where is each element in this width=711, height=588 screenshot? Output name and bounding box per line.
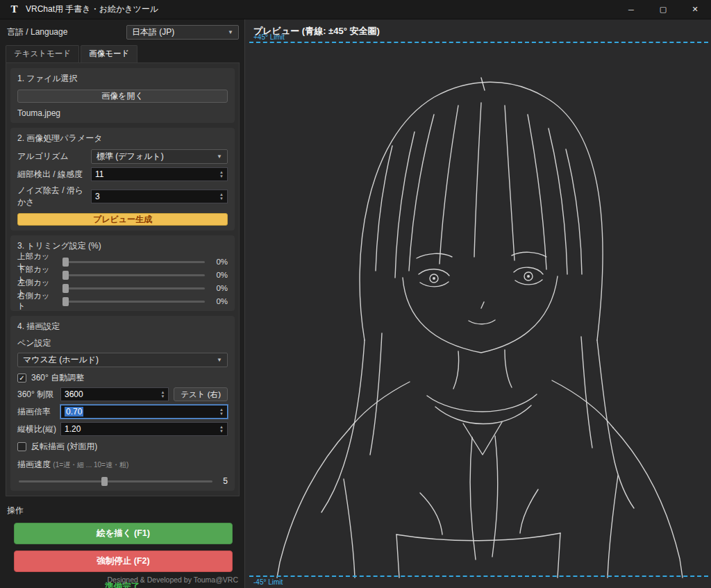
spinner-arrows-icon[interactable]: ▲▼ xyxy=(216,192,224,201)
settings-panel: 言語 / Language 日本語 (JP) ▼ テキストモード 画像モード 1… xyxy=(0,19,244,588)
invert-row: 反転描画 (対面用) xyxy=(17,441,228,453)
language-label: 言語 / Language xyxy=(7,26,67,38)
pen-select[interactable]: マウス左 (ホールド) ▼ xyxy=(17,353,228,367)
spinner-arrows-icon[interactable]: ▲▼ xyxy=(157,390,165,398)
pen-label: ペン設定 xyxy=(17,337,228,349)
preview-panel: プレビュー (青線: ±45° 安全圏) +45° Limit xyxy=(244,19,711,588)
mode-tabs: テキストモード 画像モード xyxy=(6,45,244,62)
limit-label: 360° 制限 xyxy=(17,389,60,401)
speed-label: 描画速度 xyxy=(17,460,51,469)
auto-adjust-checkbox[interactable]: ✓ xyxy=(17,373,26,383)
chevron-down-icon: ▼ xyxy=(212,153,222,160)
chevron-down-icon: ▼ xyxy=(212,357,222,363)
trim-section-title: 3. トリミング設定 (%) xyxy=(17,240,228,252)
preview-line-art xyxy=(260,49,698,583)
params-section-title: 2. 画像処理パラメータ xyxy=(17,133,228,144)
close-icon[interactable]: ✕ xyxy=(679,0,711,19)
scale-value-selected: 0.70 xyxy=(65,407,83,417)
algorithm-value: 標準 (デフォルト) xyxy=(97,151,164,162)
speed-slider-row: 5 xyxy=(17,476,228,486)
aspect-value: 1.20 xyxy=(65,424,81,434)
trim-section: 3. トリミング設定 (%) 上部カット 0% 下部カット 0% 左側カット xyxy=(10,235,235,311)
maximize-icon[interactable]: ▢ xyxy=(647,0,679,19)
operations-title: 操作 xyxy=(7,505,244,516)
scale-label: 描画倍率 xyxy=(17,406,60,418)
aspect-label: 縦横比(縦) xyxy=(17,423,60,435)
detail-value: 11 xyxy=(95,169,103,179)
detail-input[interactable]: 11 ▲▼ xyxy=(91,167,228,181)
language-select[interactable]: 日本語 (JP) ▼ xyxy=(126,25,239,40)
speed-hint: (1=遅・細 ... 10=速・粗) xyxy=(53,461,128,469)
speed-value: 5 xyxy=(218,476,228,486)
window-controls: ─ ▢ ✕ xyxy=(615,0,711,19)
speed-slider[interactable] xyxy=(19,480,212,482)
params-section: 2. 画像処理パラメータ アルゴリズム 標準 (デフォルト) ▼ 細部検出 / … xyxy=(10,128,235,230)
slider-thumb[interactable] xyxy=(62,271,69,280)
algorithm-label: アルゴリズム xyxy=(17,151,91,162)
noise-label: ノイズ除去 / 滑らかさ xyxy=(17,185,91,208)
noise-value: 3 xyxy=(95,192,100,201)
scale-input[interactable]: 0.70 ▲▼ xyxy=(60,405,228,419)
chevron-down-icon: ▼ xyxy=(224,29,233,35)
top-safe-line xyxy=(249,42,708,43)
bottom-safe-line xyxy=(249,576,708,577)
limit-value: 3600 xyxy=(65,389,83,399)
trim-bottom-slider[interactable] xyxy=(62,274,205,276)
trim-row-right: 右側カット 0% xyxy=(17,296,228,306)
tab-text-mode[interactable]: テキストモード xyxy=(6,45,79,62)
detail-label: 細部検出 / 線感度 xyxy=(17,169,91,180)
window-title: VRChat用 手書き・お絵かきツール xyxy=(26,3,158,15)
file-section-title: 1. ファイル選択 xyxy=(17,73,228,85)
test-right-button[interactable]: テスト (右) xyxy=(174,387,228,401)
algorithm-select[interactable]: 標準 (デフォルト) ▼ xyxy=(91,149,228,164)
selected-filename: Touma.jpeg xyxy=(17,108,228,118)
language-selected-value: 日本語 (JP) xyxy=(132,26,174,38)
title-bar: T VRChat用 手書き・お絵かきツール ─ ▢ ✕ xyxy=(0,0,711,19)
trim-bottom-value: 0% xyxy=(210,271,228,279)
invert-label: 反転描画 (対面用) xyxy=(31,441,97,453)
tab-image-mode[interactable]: 画像モード xyxy=(81,45,137,62)
slider-thumb[interactable] xyxy=(62,297,69,306)
force-stop-button[interactable]: 強制停止 (F2) xyxy=(14,551,233,572)
trim-right-label: 右側カット xyxy=(17,291,58,312)
trim-right-value: 0% xyxy=(210,297,228,305)
auto-adjust-row: ✓ 360° 自動調整 xyxy=(17,372,228,384)
aspect-input[interactable]: 1.20 ▲▼ xyxy=(60,422,228,436)
trim-right-slider[interactable] xyxy=(62,301,205,303)
bottom-limit-label: -45° Limit xyxy=(253,578,283,586)
speed-label-row: 描画速度 (1=遅・細 ... 10=速・粗) xyxy=(17,459,228,471)
app-icon: T xyxy=(8,3,20,15)
draw-section: 4. 描画設定 ペン設定 マウス左 (ホールド) ▼ ✓ 360° 自動調整 3… xyxy=(10,316,235,491)
generate-preview-button[interactable]: プレビュー生成 xyxy=(17,213,228,226)
minimize-icon[interactable]: ─ xyxy=(615,0,647,19)
credit-text: Designed & Developed by Touma@VRC xyxy=(108,576,238,584)
file-section: 1. ファイル選択 画像を開く Touma.jpeg xyxy=(10,68,235,123)
trim-top-value: 0% xyxy=(210,258,228,266)
pen-value: マウス左 (ホールド) xyxy=(23,354,99,366)
open-image-button[interactable]: 画像を開く xyxy=(17,90,228,103)
draw-section-title: 4. 描画設定 xyxy=(17,321,228,333)
spinner-arrows-icon[interactable]: ▲▼ xyxy=(216,425,224,433)
preview-title: プレビュー (青線: ±45° 安全圏) xyxy=(245,19,711,37)
trim-left-slider[interactable] xyxy=(62,287,205,289)
noise-input[interactable]: 3 ▲▼ xyxy=(91,190,228,203)
slider-thumb[interactable] xyxy=(62,258,69,267)
auto-adjust-label: 360° 自動調整 xyxy=(31,372,84,384)
spinner-arrows-icon[interactable]: ▲▼ xyxy=(216,170,224,178)
trim-left-value: 0% xyxy=(210,284,228,292)
slider-thumb[interactable] xyxy=(101,477,108,486)
check-icon: ✓ xyxy=(19,375,24,382)
top-limit-label: +45° Limit xyxy=(253,33,285,41)
invert-checkbox[interactable] xyxy=(17,442,26,451)
spinner-arrows-icon[interactable]: ▲▼ xyxy=(216,408,224,416)
draw-start-button[interactable]: 絵を描く (F1) xyxy=(14,523,233,544)
slider-thumb[interactable] xyxy=(62,284,69,293)
trim-top-slider[interactable] xyxy=(62,261,205,263)
limit-input[interactable]: 3600 ▲▼ xyxy=(60,387,169,401)
app-window: T VRChat用 手書き・お絵かきツール ─ ▢ ✕ 言語 / Languag… xyxy=(0,0,711,588)
image-mode-panel: 1. ファイル選択 画像を開く Touma.jpeg 2. 画像処理パラメータ … xyxy=(6,62,240,496)
